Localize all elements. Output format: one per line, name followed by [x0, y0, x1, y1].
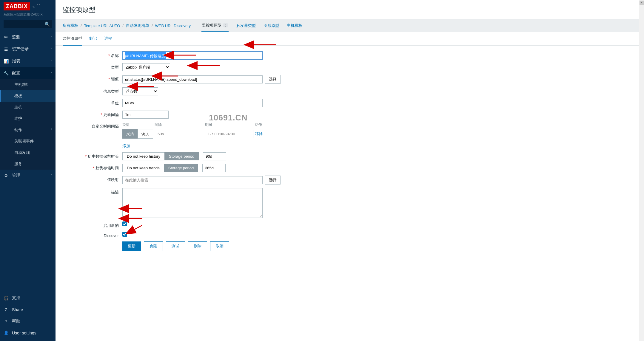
breadcrumb-tab-监控项原型[interactable]: 监控项原型 5 — [201, 20, 229, 32]
nav-sub-自动发现[interactable]: 自动发现 — [0, 147, 56, 158]
trends-storage-button[interactable]: Storage period — [164, 164, 198, 172]
chevron-down-icon: ˅ — [50, 60, 52, 63]
chart-icon: 📊 — [4, 59, 8, 63]
chevron-down-icon: ˅ — [50, 36, 52, 39]
nav-item-监测[interactable]: 👁监测˅ — [0, 31, 56, 43]
label-enable: 启用新的 — [103, 223, 119, 228]
units-input[interactable] — [122, 99, 263, 107]
breadcrumb-sep: / — [152, 24, 153, 28]
main-content: 监控项原型 所有模板/Template URL AUTO/自动发现清单/WEB … — [56, 0, 644, 341]
scrollbar-up-icon[interactable] — [640, 1, 644, 5]
test-button[interactable]: 测试 — [166, 241, 185, 251]
discover-checkbox[interactable] — [122, 232, 127, 237]
nav-bottom-Share[interactable]: ZShare — [0, 304, 56, 315]
label-units: 单位 — [111, 101, 119, 105]
interval-period-input[interactable] — [205, 130, 253, 138]
nav-sub-动作[interactable]: 动作› — [0, 124, 56, 136]
nav-sub-关联项事件[interactable]: 关联项事件 — [0, 136, 56, 147]
label-history: 历史数据保留时长 — [88, 154, 119, 159]
nav-item-资产记录[interactable]: ☰资产记录˅ — [0, 43, 56, 55]
label-custom-intervals: 自定义时间间隔 — [92, 124, 119, 128]
gear-icon: ⚙ — [4, 173, 8, 178]
tab-标记[interactable]: 标记 — [89, 32, 97, 45]
help-icon: ? — [4, 319, 8, 324]
label-description: 描述 — [111, 190, 119, 194]
nav-label: 管理 — [12, 173, 20, 178]
breadcrumb-link[interactable]: WEB URL Discovery — [155, 24, 191, 28]
nav-label: 监测 — [12, 35, 20, 40]
intervals-header-period: 期间 — [205, 122, 255, 127]
clone-button[interactable]: 克隆 — [144, 241, 163, 251]
nav-bottom-帮助[interactable]: ?帮助 — [0, 315, 56, 327]
label-discover: Discover — [104, 233, 119, 238]
trends-nokeep-button[interactable]: Do not keep trends — [122, 164, 164, 172]
nav-sub-维护[interactable]: 维护 — [0, 113, 56, 124]
nav-label: 资产记录 — [12, 46, 29, 52]
label-valuemap: 值映射 — [107, 177, 119, 182]
collapse-icon[interactable]: « — [33, 4, 35, 9]
chevron-down-icon: ˅ — [50, 48, 52, 51]
breadcrumb-tab-触发器类型[interactable]: 触发器类型 — [236, 23, 256, 28]
breadcrumb-tab-主机模板[interactable]: 主机模板 — [287, 23, 302, 28]
nav-label: 支持 — [12, 295, 20, 301]
interval-input[interactable] — [122, 111, 169, 119]
interval-type-scheduling-button[interactable]: 调度 — [138, 129, 153, 139]
infotype-select[interactable]: 浮点数 — [122, 87, 158, 95]
interval-type-flexible-button[interactable]: 灵活 — [122, 129, 138, 139]
history-nokeep-button[interactable]: Do not keep history — [122, 152, 164, 160]
label-trends: 趋势存储时间 — [95, 166, 119, 170]
nav-sub-主机[interactable]: 主机 — [0, 102, 56, 113]
valuemap-select-button[interactable]: 选择 — [265, 176, 281, 185]
user-icon: 👤 — [4, 331, 8, 335]
nav-item-管理[interactable]: ⚙管理˅ — [0, 170, 56, 182]
nav-bottom-支持[interactable]: 🎧支持 — [0, 292, 56, 304]
enable-checkbox[interactable] — [122, 221, 127, 226]
breadcrumb-link[interactable]: 自动发现清单 — [126, 23, 149, 28]
breadcrumb-sep: / — [81, 24, 82, 28]
history-value-input[interactable] — [203, 152, 226, 160]
type-select[interactable]: Zabbix 客户端 — [122, 63, 170, 71]
delete-button[interactable]: 删除 — [188, 241, 207, 251]
nav-sub-模板[interactable]: 模板 — [0, 90, 56, 102]
tab-进程[interactable]: 进程 — [104, 32, 112, 45]
eye-icon: 👁 — [4, 35, 8, 40]
key-select-button[interactable]: 选择 — [265, 75, 281, 84]
search-icon[interactable]: 🔍 — [44, 21, 50, 27]
interval-add-link[interactable]: 添加 — [122, 143, 130, 149]
description-textarea[interactable] — [122, 188, 263, 218]
breadcrumb-link[interactable]: Template URL AUTO — [84, 24, 120, 28]
cancel-button[interactable]: 取消 — [210, 241, 229, 251]
nav-sub-主机群组[interactable]: 主机群组 — [0, 79, 56, 90]
label-key: 键值 — [111, 77, 119, 81]
form-tabs: 监控项原型标记进程 — [56, 32, 644, 46]
nav-item-报表[interactable]: 📊报表˅ — [0, 55, 56, 67]
page-title: 监控项原型 — [56, 0, 644, 19]
update-button[interactable]: 更新 — [122, 241, 141, 251]
valuemap-input[interactable] — [122, 176, 263, 184]
nav-sub-服务[interactable]: 服务 — [0, 158, 56, 170]
interval-delay-input[interactable] — [155, 130, 203, 138]
nav-bottom-User settings[interactable]: 👤User settings — [0, 327, 56, 339]
trends-value-input[interactable] — [202, 164, 226, 172]
logo[interactable]: ZABBIX — [4, 2, 30, 10]
history-storage-button[interactable]: Storage period — [164, 152, 199, 160]
nav-label: Share — [12, 307, 23, 312]
key-input[interactable] — [122, 75, 263, 83]
breadcrumb-tab-图形原型[interactable]: 图形原型 — [264, 23, 279, 28]
label-interval: 更新间隔 — [103, 112, 119, 117]
intervals-header-type: 类型 — [122, 122, 155, 127]
tab-监控项原型[interactable]: 监控项原型 — [63, 32, 82, 46]
label-infotype: 信息类型 — [103, 89, 119, 94]
breadcrumb-bar: 所有模板/Template URL AUTO/自动发现清单/WEB URL Di… — [56, 19, 644, 32]
z-icon: Z — [4, 307, 8, 312]
sidebar: ZABBIX « ⛶ 系统应用健康监测-ZABBIX 🔍 👁监测˅☰资产记录˅📊… — [0, 0, 56, 341]
expand-icon[interactable]: ⛶ — [36, 4, 40, 9]
interval-remove-link[interactable]: 移除 — [255, 131, 263, 137]
chevron-down-icon: ˅ — [50, 174, 52, 177]
logo-area: ZABBIX « ⛶ 系统应用健康监测-ZABBIX — [0, 0, 56, 18]
scrollbar[interactable] — [639, 0, 644, 341]
breadcrumb-link[interactable]: 所有模板 — [63, 23, 78, 28]
name-input[interactable] — [122, 52, 263, 60]
nav-item-配置[interactable]: 🔧配置˄ — [0, 67, 56, 79]
search-box: 🔍 — [4, 20, 52, 28]
